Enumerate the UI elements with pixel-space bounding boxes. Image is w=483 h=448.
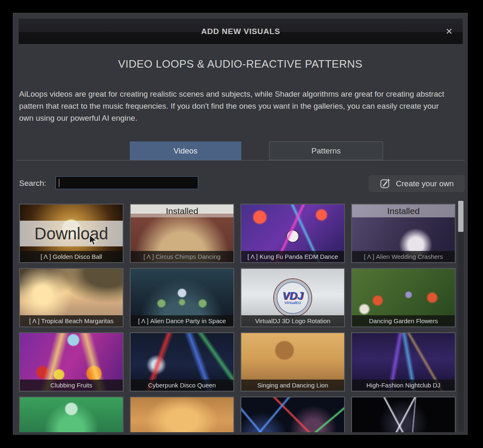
tile-caption: VirtualDJ 3D Logo Rotation: [241, 315, 344, 326]
tab-patterns[interactable]: Patterns: [269, 141, 383, 160]
vdj-logo: VDJ VirtualDJ: [274, 279, 311, 317]
page-title: VIDEO LOOPS & AUDIO-REACTIVE PATTERNS: [13, 58, 467, 71]
tile-caption: Clubbing Fruits: [20, 380, 123, 391]
tile-caption: [ Λ ] Circus Chimps Dancing: [131, 251, 233, 262]
close-icon[interactable]: ✕: [443, 19, 455, 44]
tile-caption: Singing and Dancing Lion: [241, 380, 344, 391]
create-your-own-label: Create your own: [396, 179, 454, 188]
text-caret: [59, 179, 59, 187]
video-tile[interactable]: High-Fashion Nightclub DJ: [351, 332, 456, 392]
tile-caption: [ Λ ] Kung Fu Panda EDM Dance: [241, 251, 344, 262]
dialog-title: ADD NEW VISUALS: [201, 27, 280, 36]
intro-description: AiLoops videos are great for creating re…: [19, 88, 453, 124]
tile-caption: [ Λ ] Alien Wedding Crashers: [352, 251, 455, 262]
search-label: Search:: [19, 179, 46, 188]
mouse-cursor-icon: [89, 234, 98, 247]
vdj-logo-subtext: VirtualDJ: [284, 301, 301, 305]
video-tile[interactable]: Installed [ Λ ] Alien Wedding Crashers: [351, 204, 456, 263]
download-overlay[interactable]: Download: [20, 221, 123, 247]
create-your-own-button[interactable]: Create your own: [369, 175, 465, 192]
tile-caption: [ Λ ] Tropical Beach Margaritas: [20, 315, 123, 326]
installed-badge: Installed: [131, 205, 233, 217]
installed-badge: Installed: [352, 205, 455, 217]
tiles-grid: Download [ Λ ] Golden Disco Ball Install…: [19, 204, 456, 432]
video-tile[interactable]: [ Λ ] Kung Fu Panda EDM Dance: [240, 204, 345, 263]
tile-caption: [ Λ ] Golden Disco Ball: [20, 251, 123, 262]
grid-scrollbar-thumb[interactable]: [458, 201, 464, 232]
pencil-create-icon: [380, 178, 391, 189]
video-tile[interactable]: [351, 397, 456, 432]
video-tile[interactable]: Cyberpunk Disco Queen: [130, 332, 234, 392]
video-tile[interactable]: Dancing Garden Flowers: [351, 268, 456, 327]
video-tile[interactable]: Singing and Dancing Lion: [240, 332, 345, 392]
video-tile[interactable]: [ Λ ] Tropical Beach Margaritas: [19, 268, 124, 327]
video-thumbnail: [20, 397, 123, 432]
vdj-logo-text: VDJ: [282, 291, 303, 301]
video-tile[interactable]: [ Λ ] Alien Dance Party in Space: [130, 268, 234, 327]
video-tile[interactable]: Installed [ Λ ] Circus Chimps Dancing: [130, 204, 234, 263]
video-tile[interactable]: Download [ Λ ] Golden Disco Ball: [19, 204, 124, 263]
tile-caption: Dancing Garden Flowers: [352, 315, 455, 326]
tile-caption: Cyberpunk Disco Queen: [131, 380, 233, 391]
grid-scrollbar-track[interactable]: [458, 200, 464, 432]
video-thumbnail: [241, 397, 344, 432]
video-tile[interactable]: [240, 397, 345, 432]
tabs-divider: [16, 160, 465, 161]
add-new-visuals-dialog: ADD NEW VISUALS ✕ VIDEO LOOPS & AUDIO-RE…: [13, 13, 468, 435]
tab-videos[interactable]: Videos: [130, 141, 241, 160]
tile-caption: High-Fashion Nightclub DJ: [352, 380, 455, 391]
video-tile[interactable]: [19, 397, 124, 432]
video-tile[interactable]: Clubbing Fruits: [19, 332, 124, 392]
video-tile[interactable]: VDJ VirtualDJ VirtualDJ 3D Logo Rotation: [240, 268, 345, 327]
video-thumbnail: [352, 397, 455, 432]
video-tile[interactable]: [130, 397, 234, 432]
dialog-titlebar: ADD NEW VISUALS ✕: [19, 19, 463, 44]
search-input[interactable]: [56, 176, 198, 189]
video-thumbnail: [131, 397, 233, 432]
tile-caption: [ Λ ] Alien Dance Party in Space: [131, 315, 233, 326]
